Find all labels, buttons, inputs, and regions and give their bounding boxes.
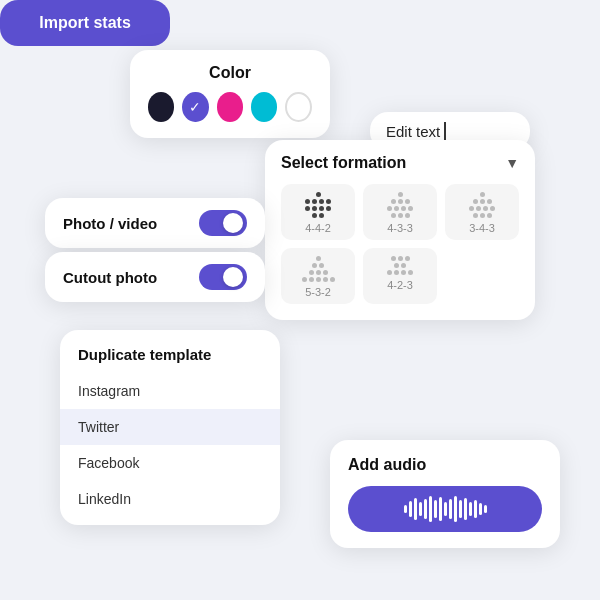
duplicate-template-title: Duplicate template	[60, 346, 280, 373]
duplicate-item-instagram[interactable]: Instagram	[60, 373, 280, 409]
color-card-title: Color	[148, 64, 312, 82]
add-audio-title: Add audio	[348, 456, 542, 474]
waveform-icon	[404, 496, 487, 522]
cutout-photo-toggle[interactable]	[199, 264, 247, 290]
text-cursor	[444, 122, 446, 140]
swatch-white[interactable]	[285, 92, 312, 122]
formation-item-442[interactable]: 4-4-2	[281, 184, 355, 240]
import-stats-label: Import stats	[39, 14, 131, 32]
toggle-knob	[223, 213, 243, 233]
swatch-pink[interactable]	[217, 92, 243, 122]
photo-video-card: Photo / video	[45, 198, 265, 248]
formation-dots-442	[305, 192, 331, 218]
formation-item-532[interactable]: 5-3-2	[281, 248, 355, 304]
import-stats-button[interactable]: Import stats	[0, 0, 170, 46]
formation-label-423: 4-2-3	[387, 279, 413, 291]
formation-title: Select formation	[281, 154, 406, 172]
checkmark-icon: ✓	[189, 99, 201, 115]
formation-label-442: 4-4-2	[305, 222, 331, 234]
cutout-photo-card: Cutout photo	[45, 252, 265, 302]
formation-dots-343	[469, 192, 495, 218]
formation-item-343[interactable]: 3-4-3	[445, 184, 519, 240]
duplicate-item-linkedin[interactable]: LinkedIn	[60, 481, 280, 517]
audio-wave-button[interactable]	[348, 486, 542, 532]
cutout-toggle-knob	[223, 267, 243, 287]
formation-dots-423	[387, 256, 413, 275]
formation-label-433: 4-3-3	[387, 222, 413, 234]
formation-dots-532	[302, 256, 335, 282]
add-audio-card: Add audio	[330, 440, 560, 548]
color-swatches: ✓	[148, 92, 312, 122]
formation-item-433[interactable]: 4-3-3	[363, 184, 437, 240]
formation-header: Select formation ▼	[281, 154, 519, 172]
swatch-purple[interactable]: ✓	[182, 92, 208, 122]
color-card: Color ✓	[130, 50, 330, 138]
formation-item-423[interactable]: 4-2-3	[363, 248, 437, 304]
formation-label-532: 5-3-2	[305, 286, 331, 298]
formation-card: Select formation ▼ 4-4-2 4-3-3	[265, 140, 535, 320]
duplicate-item-twitter[interactable]: Twitter	[60, 409, 280, 445]
formation-label-343: 3-4-3	[469, 222, 495, 234]
cutout-photo-label: Cutout photo	[63, 269, 157, 286]
photo-video-label: Photo / video	[63, 215, 157, 232]
photo-video-toggle[interactable]	[199, 210, 247, 236]
formation-dots-433	[387, 192, 413, 218]
formation-grid: 4-4-2 4-3-3 3-4-3	[281, 184, 519, 304]
duplicate-item-facebook[interactable]: Facebook	[60, 445, 280, 481]
swatch-dark[interactable]	[148, 92, 174, 122]
chevron-down-icon[interactable]: ▼	[505, 155, 519, 171]
edit-text-label: Edit text	[386, 123, 440, 140]
duplicate-template-card: Duplicate template Instagram Twitter Fac…	[60, 330, 280, 525]
swatch-cyan[interactable]	[251, 92, 277, 122]
